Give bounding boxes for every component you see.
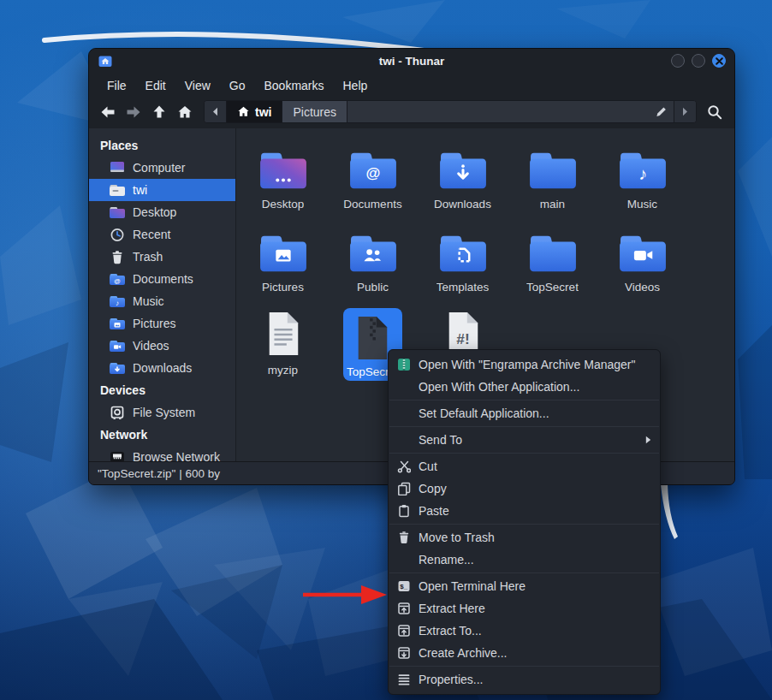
- context-item-label: Extract To...: [419, 624, 482, 638]
- folder-desktop-icon: [109, 205, 126, 219]
- path-segment-pictures[interactable]: Pictures: [282, 101, 347, 122]
- menu-go[interactable]: Go: [220, 75, 255, 96]
- context-item-copy[interactable]: Copy: [389, 478, 660, 500]
- titlebar[interactable]: twi - Thunar: [89, 49, 734, 73]
- cut-icon: [396, 460, 411, 473]
- file-item-topsecret[interactable]: TopSecret: [508, 225, 597, 308]
- sidebar-item-twi[interactable]: twi: [89, 179, 235, 201]
- desktop: twi - Thunar FileEditViewGoBookmarksHelp: [0, 0, 772, 700]
- menu-separator: [389, 453, 659, 454]
- sidebar-item-label: Downloads: [133, 361, 192, 375]
- path-scroll-left[interactable]: [205, 101, 227, 122]
- context-item-set-default-application[interactable]: Set Default Application...: [389, 402, 660, 424]
- sidebar-item-file-system[interactable]: File System: [89, 401, 235, 424]
- context-item-open-with-engrampa-archive-manager[interactable]: Open With "Engrampa Archive Manager": [389, 353, 660, 376]
- file-item-documents[interactable]: @Documents: [328, 142, 418, 225]
- file-item-pictures[interactable]: Pictures: [238, 225, 328, 308]
- svg-text:♪: ♪: [116, 299, 119, 307]
- folder-icon: [616, 225, 669, 275]
- context-item-label: Open With Other Application...: [419, 380, 579, 394]
- sidebar-item-label: Videos: [133, 339, 169, 353]
- folder-icon: [347, 225, 400, 275]
- submenu-arrow-icon: [645, 433, 651, 447]
- context-item-create-archive[interactable]: Create Archive...: [389, 642, 660, 664]
- path-scroll-right[interactable]: [674, 101, 696, 122]
- sidebar-item-videos[interactable]: Videos: [89, 335, 235, 357]
- context-item-rename[interactable]: Rename...: [389, 549, 660, 571]
- file-item-videos[interactable]: Videos: [597, 225, 687, 308]
- terminal-icon: $_: [396, 579, 411, 593]
- sidebar-item-documents[interactable]: @Documents: [89, 268, 235, 290]
- file-item-downloads[interactable]: Downloads: [418, 142, 508, 225]
- context-item-label: Set Default Application...: [419, 406, 549, 420]
- menu-edit[interactable]: Edit: [136, 75, 175, 96]
- menu-file[interactable]: File: [98, 75, 136, 96]
- sidebar-item-pictures[interactable]: Pictures: [89, 312, 235, 335]
- svg-text:♪: ♪: [638, 164, 646, 183]
- context-item-cut[interactable]: Cut: [389, 455, 660, 478]
- context-item-label: Cut: [419, 460, 437, 473]
- folder-pictures-icon: [109, 317, 126, 330]
- file-label: Documents: [343, 198, 401, 211]
- sidebar-item-music[interactable]: ♪Music: [89, 290, 235, 312]
- sidebar-item-label: Documents: [133, 272, 193, 286]
- sidebar-item-desktop[interactable]: Desktop: [89, 201, 235, 223]
- back-button[interactable]: [96, 101, 120, 123]
- forward-button[interactable]: [122, 101, 145, 123]
- sidebar-item-browse-network[interactable]: Browse Network: [89, 446, 235, 461]
- sidebar-item-label: twi: [133, 183, 147, 197]
- menu-separator: [389, 572, 659, 573]
- sidebar-item-recent[interactable]: Recent: [89, 223, 235, 246]
- file-item-main[interactable]: main: [508, 142, 597, 225]
- folder-documents-icon: @: [109, 272, 126, 286]
- context-item-send-to[interactable]: Send To: [389, 429, 660, 451]
- file-label: main: [540, 198, 565, 211]
- sidebar-header-network: Network: [89, 424, 235, 446]
- context-menu: Open With "Engrampa Archive Manager"Open…: [388, 349, 661, 695]
- folder-icon: [257, 142, 310, 192]
- sidebar-item-computer[interactable]: Computer: [89, 157, 235, 179]
- context-item-paste[interactable]: Paste: [389, 500, 660, 522]
- menu-separator: [389, 666, 659, 667]
- context-item-open-with-other-application[interactable]: Open With Other Application...: [389, 376, 660, 398]
- file-item-desktop[interactable]: Desktop: [238, 142, 328, 225]
- folder-icon: [436, 225, 490, 275]
- file-label: Public: [357, 281, 389, 294]
- context-item-label: Open With "Engrampa Archive Manager": [419, 358, 636, 371]
- search-button[interactable]: [702, 100, 727, 123]
- toolbar: twi Pictures: [89, 98, 734, 128]
- file-item-music[interactable]: ♪Music: [597, 142, 687, 225]
- menu-help[interactable]: Help: [334, 75, 377, 96]
- path-segment-twi[interactable]: twi: [227, 101, 282, 122]
- menu-view[interactable]: View: [175, 75, 220, 96]
- file-label: Videos: [625, 281, 660, 294]
- svg-text:$_: $_: [400, 583, 407, 590]
- folder-icon: ♪: [616, 142, 669, 192]
- context-item-properties[interactable]: Properties...: [389, 668, 660, 691]
- sidebar-item-label: Pictures: [133, 317, 176, 330]
- file-item-templates[interactable]: Templates: [418, 225, 508, 308]
- file-zip-icon: [353, 312, 392, 362]
- file-text-icon: [264, 308, 303, 358]
- sidebar-item-label: Desktop: [133, 205, 176, 219]
- sidebar-item-trash[interactable]: Trash: [89, 246, 235, 268]
- file-item-public[interactable]: Public: [328, 225, 418, 308]
- context-item-extract-here[interactable]: Extract Here: [389, 597, 660, 620]
- close-button[interactable]: [712, 54, 726, 68]
- maximize-button[interactable]: [692, 54, 705, 68]
- up-button[interactable]: [147, 101, 171, 123]
- menu-bookmarks[interactable]: Bookmarks: [254, 75, 333, 96]
- context-item-label: Send To: [419, 433, 462, 447]
- context-item-extract-to[interactable]: Extract To...: [389, 620, 660, 642]
- minimize-button[interactable]: [671, 54, 685, 68]
- file-item-myzip[interactable]: myzip: [238, 308, 328, 391]
- context-item-open-terminal-here[interactable]: $_Open Terminal Here: [389, 575, 660, 597]
- home-button[interactable]: [173, 101, 197, 123]
- paste-icon: [396, 504, 411, 518]
- sidebar-item-downloads[interactable]: Downloads: [89, 357, 235, 379]
- path-empty-area[interactable]: [347, 101, 649, 122]
- edit-path-button[interactable]: [649, 101, 674, 122]
- context-item-move-to-trash[interactable]: Move to Trash: [389, 526, 660, 549]
- window-title: twi - Thunar: [89, 55, 734, 68]
- file-label: myzip: [268, 364, 298, 377]
